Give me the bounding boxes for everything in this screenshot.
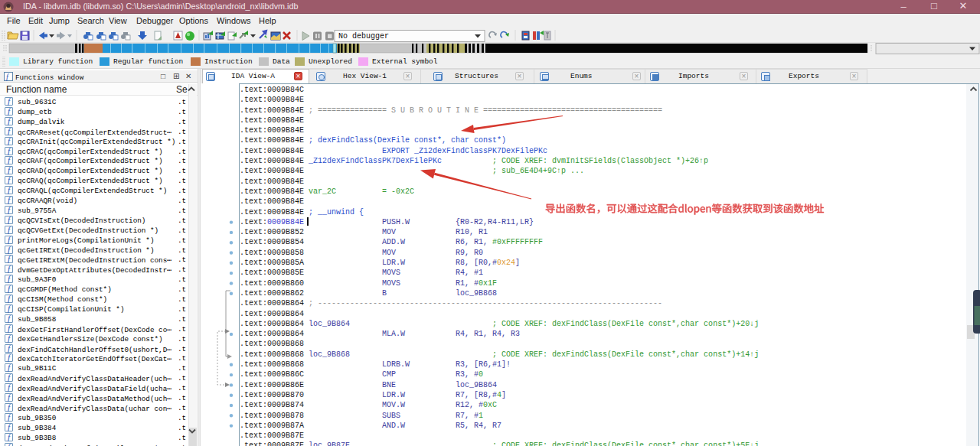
svg-text:No debugger: No debugger: [338, 32, 389, 41]
